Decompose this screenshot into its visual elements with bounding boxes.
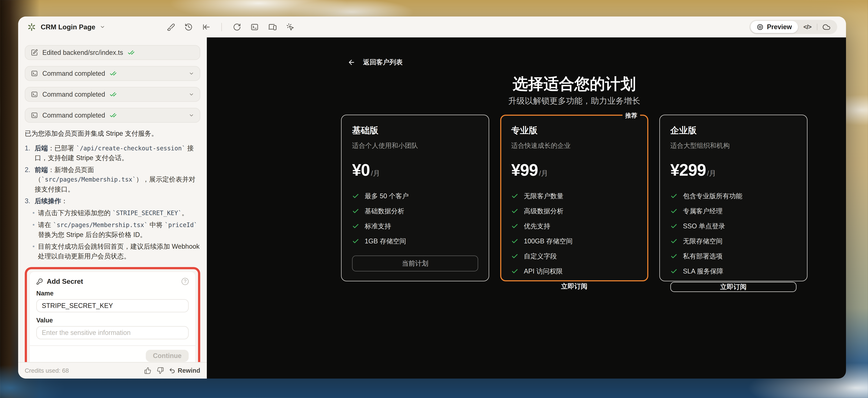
eye-icon [756, 24, 764, 31]
project-menu[interactable]: CRM Login Page [27, 22, 105, 32]
check-icon [670, 208, 678, 215]
refresh-button[interactable] [232, 22, 242, 32]
check-icon [511, 253, 518, 260]
rewind-label: Rewind [178, 367, 200, 374]
status-card-label: Command completed [42, 91, 105, 98]
status-card-command[interactable]: Command completed [25, 87, 200, 102]
feature-text: 包含专业版所有功能 [683, 192, 742, 201]
terminal-button[interactable] [249, 22, 260, 32]
chevron-down-icon[interactable] [189, 92, 194, 97]
plan-name: 专业版 [511, 125, 637, 136]
check-icon [670, 192, 678, 200]
feature-text: 专属客户经理 [683, 207, 722, 216]
chat-scroll[interactable]: Edited backend/src/index.ts Command comp… [18, 37, 207, 362]
double-check-icon [110, 112, 117, 119]
check-icon [511, 223, 518, 230]
chevron-down-icon[interactable] [189, 113, 194, 118]
feature-text: 1GB 存储空间 [365, 237, 406, 246]
pointer-mode-button[interactable] [285, 22, 296, 32]
feature-text: 无限存储空间 [683, 237, 722, 246]
bullet-item: • 请在 `src/pages/Membership.tsx` 中将 `pric… [25, 220, 200, 240]
bullet-dot: • [29, 208, 38, 218]
continue-button[interactable]: Continue [146, 350, 189, 362]
feature-text: 私有部署选项 [683, 252, 722, 261]
plan-price: ¥0 [352, 161, 370, 180]
plan-card-basic: 基础版 适合个人使用和小团队 ¥0 /月 最多 50 个客户 基础数据分析 标准… [341, 115, 489, 281]
bullet-text: 请点击下方按钮添加您的 `STRIPE_SECRET_KEY`。 [38, 208, 188, 218]
segment-divider [817, 24, 817, 30]
toolbar-divider [221, 23, 222, 31]
status-card-edited-file[interactable]: Edited backend/src/index.ts [25, 45, 200, 60]
current-plan-button[interactable]: 当前计划 [352, 255, 478, 271]
view-segment-control: Preview </> [749, 20, 837, 34]
check-icon [670, 253, 678, 260]
status-card-label: Edited backend/src/index.ts [42, 49, 123, 57]
add-secret-card: Add Secret ? Name Value Continue [30, 272, 195, 362]
file-edit-icon [31, 49, 38, 56]
pricing-plans-row: 基础版 适合个人使用和小团队 ¥0 /月 最多 50 个客户 基础数据分析 标准… [341, 115, 807, 281]
check-icon [511, 208, 518, 215]
refresh-icon [233, 23, 241, 31]
recommended-badge: 推荐 [622, 111, 640, 120]
chevron-down-icon [100, 24, 105, 30]
list-item-text: 后端：已部署 `/api/create-checkout-session` 接口… [35, 144, 200, 163]
double-check-icon [110, 70, 117, 77]
code-view-button[interactable]: </> [803, 24, 811, 30]
check-icon [511, 268, 518, 275]
feature-text: 最多 50 个客户 [365, 192, 409, 201]
value-label: Value [36, 317, 189, 324]
key-icon [36, 278, 43, 285]
plan-description: 适合大型组织和机构 [670, 141, 797, 150]
publish-button[interactable] [823, 23, 831, 31]
list-item: 3. 后续操作： [25, 196, 200, 206]
check-icon [670, 223, 678, 230]
help-button[interactable]: ? [182, 278, 189, 285]
list-number: 2. [25, 165, 35, 194]
plan-period: /月 [707, 169, 716, 178]
feature-text: 无限客户数量 [524, 192, 563, 201]
terminal-icon [31, 91, 38, 98]
collapse-panel-button[interactable] [201, 22, 211, 32]
plan-description: 适合个人使用和小团队 [352, 141, 478, 150]
collapse-left-icon [202, 23, 210, 31]
feature-text: 100GB 存储空间 [524, 237, 572, 246]
check-icon [352, 192, 359, 200]
app-window: CRM Login Page Preview </ [18, 17, 846, 378]
bullet-item: • 目前支付成功后会跳转回首页，建议后续添加 Webhook 处理以自动更新用户… [25, 242, 200, 261]
check-icon [352, 223, 359, 230]
plan-description: 适合快速成长的企业 [511, 141, 637, 150]
status-card-command[interactable]: Command completed [25, 66, 200, 81]
pricing-page-title: 选择适合您的计划 [341, 73, 807, 94]
list-item: 1. 后端：已部署 `/api/create-checkout-session`… [25, 144, 200, 163]
app-logo-icon [27, 22, 36, 32]
thumbs-down-button[interactable] [156, 366, 164, 375]
history-icon [184, 23, 193, 31]
rewind-button[interactable]: Rewind [169, 367, 200, 374]
plan-features: 包含专业版所有功能 专属客户经理 SSO 单点登录 无限存储空间 私有部署选项 … [670, 192, 797, 282]
status-card-command[interactable]: Command completed [25, 108, 200, 123]
plan-name: 基础版 [352, 125, 478, 136]
subscribe-button-enterprise[interactable]: 立即订阅 [670, 282, 797, 292]
name-label: Name [36, 290, 189, 297]
credits-used-label: Credits used: 68 [25, 367, 69, 374]
paintbrush-button[interactable] [166, 22, 176, 32]
preview-button[interactable]: Preview [750, 21, 798, 33]
pointer-click-icon [286, 23, 294, 31]
subscribe-button-pro[interactable]: 立即订阅 [511, 282, 637, 291]
bullet-text: 请在 `src/pages/Membership.tsx` 中将 `priceI… [38, 220, 200, 240]
card-divider [30, 345, 195, 346]
assistant-message-intro: 已为您添加会员页面并集成 Stripe 支付服务。 [25, 129, 200, 139]
chevron-down-icon[interactable] [189, 71, 194, 76]
app-preview-pane: 返回客户列表 选择适合您的计划 升级以解锁更多功能，助力业务增长 基础版 适合个… [207, 37, 846, 378]
secret-name-input[interactable] [36, 299, 189, 312]
back-to-customers-link[interactable]: 返回客户列表 [341, 37, 403, 67]
thumbs-up-button[interactable] [144, 366, 152, 375]
terminal-icon [250, 23, 259, 31]
terminal-icon [31, 112, 38, 119]
devices-button[interactable] [267, 22, 278, 32]
double-check-icon [127, 49, 134, 56]
history-button[interactable] [183, 22, 194, 32]
secret-value-input[interactable] [36, 326, 189, 339]
check-icon [670, 268, 678, 275]
check-icon [511, 238, 518, 245]
